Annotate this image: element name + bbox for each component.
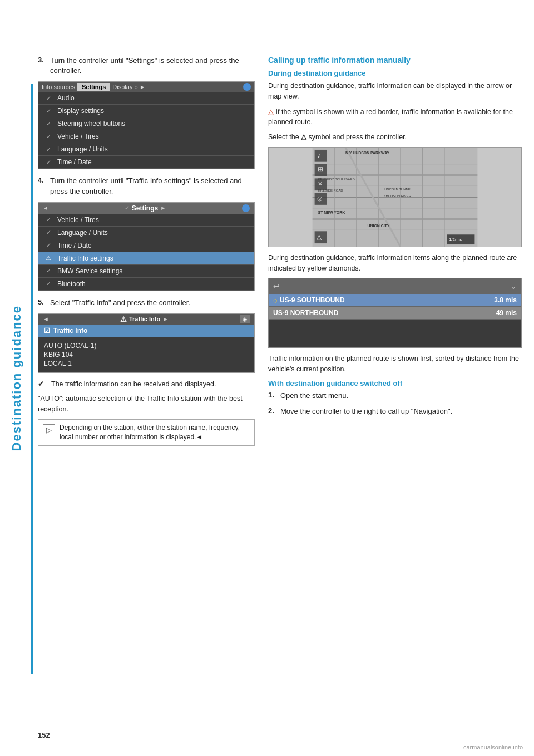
map-display: N Y HUDSON PARKWAY KENNEDY BOULEVARD HIL… (268, 147, 522, 247)
traffic-info-table: ↩ ⌄ ◇ US-9 SOUTHBOUND 3.8 mls US-9 NORTH… (268, 278, 522, 348)
route-1-name: US-9 SOUTHBOUND (280, 296, 494, 304)
menu-language: ✓ Language / Units (38, 143, 254, 156)
menu-vehicle: ✓ Vehicle / Tires (38, 130, 254, 143)
traffic-nav-title-label: Traffic Info (129, 316, 160, 322)
table-header-row: ↩ ⌄ (269, 278, 521, 294)
svg-text:◎: ◎ (317, 195, 323, 202)
main-heading: Calling up traffic information manually (268, 56, 522, 65)
route-1-dist: 3.8 mls (494, 296, 517, 304)
right-step-2-text: Move the controller to the right to call… (280, 406, 452, 416)
s2-bluetooth-icon: ✓ (44, 279, 53, 288)
right-step-2-num: 2. (268, 406, 277, 416)
step-4-number: 4. (38, 176, 47, 196)
station-kbig: KBIG 104 (44, 350, 249, 359)
station-auto: AUTO (LOCAL-1) (44, 341, 249, 350)
s2-vehicle: ✓ Vehicle / Tires (38, 214, 254, 227)
s2-language-icon: ✓ (44, 228, 53, 237)
note-box-text: Depending on the station, either the sta… (60, 423, 250, 442)
svg-text:1/2mls: 1/2mls (449, 237, 462, 242)
main-content: 3. Turn the controller until "Settings" … (38, 56, 522, 451)
step-4-text: Turn the controller until "Traffic Info … (50, 176, 255, 196)
note-box: ▷ Depending on the station, either the s… (38, 419, 255, 446)
right-step-1-text: Open the start menu. (280, 391, 348, 401)
menu-time: ✓ Time / Date (38, 156, 254, 169)
warning-triangle-icon: △ (268, 107, 274, 116)
s2-bluetooth-label: Bluetooth (57, 280, 86, 288)
svg-text:△: △ (317, 233, 322, 241)
accent-bar (31, 84, 33, 674)
sort-icon: ⌄ (510, 282, 517, 291)
s2-traffic-label: Traffic Info settings (57, 254, 113, 262)
auto-note-text: "AUTO": automatic selection of the Traff… (38, 394, 255, 415)
tab-display: Display o ► (112, 84, 145, 90)
step-5: 5. Select "Traffic Info" and press the c… (38, 298, 255, 308)
two-column-layout: 3. Turn the controller until "Settings" … (38, 56, 522, 451)
nav-right-arrow: ► (160, 205, 166, 211)
sidebar-label: Destination guidance (0, 0, 33, 756)
menu-display-settings: ✓ Display settings (38, 105, 254, 117)
menu-audio: ✓ Audio (38, 92, 254, 105)
screen-2-header: ◄ ✓ Settings ► (38, 203, 254, 214)
sidebar-text: Destination guidance (9, 305, 24, 451)
s2-time-icon: ✓ (44, 241, 53, 250)
steering-icon: ✓ (44, 119, 53, 128)
tab-settings-selected: Settings (77, 83, 110, 91)
step-3-text: Turn the controller until "Settings" is … (50, 56, 255, 76)
svg-text:UNION CITY: UNION CITY (368, 224, 390, 228)
s2-bmw: ✓ BMW Service settings (38, 265, 254, 278)
s2-traffic-info: ⚠ Traffic Info settings (38, 252, 254, 265)
s2-time-label: Time / Date (57, 242, 92, 249)
s2-vehicle-label: Vehicle / Tires (57, 216, 99, 224)
check-note: ✔ The traffic information can be receive… (38, 380, 255, 390)
traffic-warning-icon: ⚠ (120, 315, 127, 323)
step-5-text: Select "Traffic Info" and press the cont… (50, 298, 190, 308)
menu-audio-label: Audio (57, 94, 75, 102)
svg-text:ST NEW YORK: ST NEW YORK (318, 210, 345, 214)
route-2-dist: 49 mls (496, 309, 517, 317)
s2-bmw-label: BMW Service settings (57, 267, 122, 275)
screen-1-dot (243, 83, 251, 91)
step-4: 4. Turn the controller until "Traffic In… (38, 176, 255, 196)
right-step-2: 2. Move the controller to the right to c… (268, 406, 522, 416)
menu-steering: ✓ Steering wheel buttons (38, 117, 254, 130)
s2-language: ✓ Language / Units (38, 227, 254, 239)
s2-language-label: Language / Units (57, 229, 108, 237)
svg-text:LINCOLN TUNNEL: LINCOLN TUNNEL (384, 188, 413, 191)
diamond-icon-1: ◇ (273, 297, 278, 303)
menu-language-label: Language / Units (57, 145, 108, 153)
triangle-symbol: △ (301, 133, 306, 141)
screen-1-header: Info sources Settings Display o ► (38, 82, 254, 92)
traffic-row-1: ◇ US-9 SOUTHBOUND 3.8 mls (269, 294, 521, 307)
right-step-1-num: 1. (268, 391, 277, 401)
step-3-number: 3. (38, 56, 47, 76)
switched-off-heading: With destination guidance switched off (268, 379, 522, 387)
screen-3: ◄ ⚠ Traffic Info ► ◈ ☑ Traffic Info AUTO… (38, 313, 255, 373)
checkmark-icon: ✔ (38, 380, 48, 390)
table-empty-area (269, 320, 521, 347)
during-text-4: During destination guidance, traffic inf… (268, 253, 522, 274)
s2-vehicle-icon: ✓ (44, 215, 53, 224)
screen-3-header: ◄ ⚠ Traffic Info ► ◈ (38, 314, 254, 325)
back-icon: ↩ (273, 282, 280, 291)
right-step-1: 1. Open the start menu. (268, 391, 522, 401)
traffic-checkbox-row: ☑ Traffic Info (38, 325, 254, 337)
page-number: 152 (38, 731, 50, 739)
display-icon: ✓ (44, 106, 53, 115)
screen-2-title: Settings (132, 204, 158, 212)
svg-text:✕: ✕ (318, 180, 323, 187)
note-triangle-icon: ▷ (43, 424, 55, 436)
nav-left-arrow: ◄ (43, 205, 48, 211)
vehicle-icon: ✓ (44, 132, 53, 141)
screen-2-dot (242, 204, 250, 212)
traffic-nav-right: ► (162, 316, 169, 322)
check-note-text: The traffic information can be received … (51, 380, 216, 390)
traffic-checkbox-label: Traffic Info (53, 327, 87, 335)
right-column: Calling up traffic information manually … (268, 56, 522, 451)
station-local: LOCAL-1 (44, 359, 249, 368)
traffic-stations-list: AUTO (LOCAL-1) KBIG 104 LOCAL-1 (38, 337, 254, 372)
route-2-name: US-9 NORTHBOUND (273, 309, 496, 317)
language-icon: ✓ (44, 145, 53, 154)
svg-text:/ HUDSON RIVER: / HUDSON RIVER (384, 194, 411, 198)
planned-route-text: Traffic information on the planned route… (268, 354, 522, 375)
traffic-nav-title-wrap: ⚠ Traffic Info ► (120, 315, 169, 323)
